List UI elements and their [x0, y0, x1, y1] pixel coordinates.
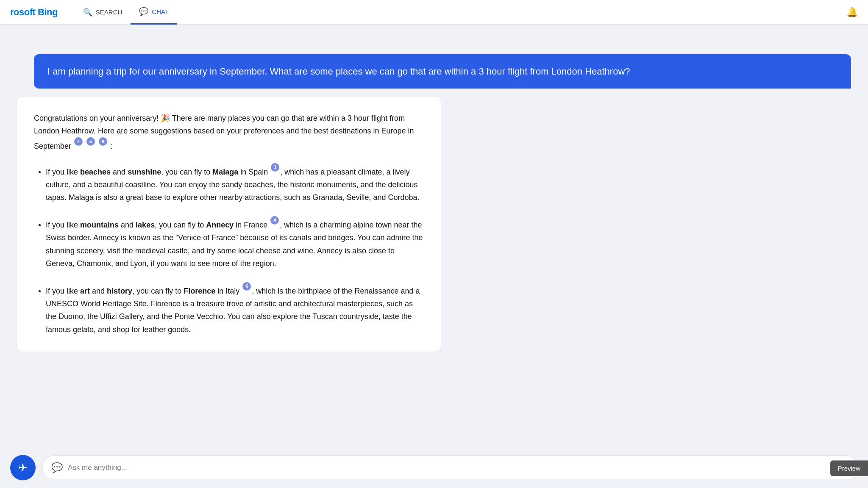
chat-input[interactable]: [68, 463, 849, 472]
citation-6[interactable]: 6: [99, 137, 107, 146]
citation-6b[interactable]: 6: [242, 282, 251, 291]
input-bar: ✈ 💬: [0, 449, 868, 488]
chat-nav-icon: 💬: [139, 7, 148, 16]
bot-response-card: Congratulations on your anniversary! 🎉 T…: [17, 97, 441, 352]
chat-area: I am planning a trip for our anniversary…: [0, 25, 868, 488]
user-message-text: I am planning a trip for our anniversary…: [47, 66, 630, 77]
list-item: If you like beaches and sunshine, you ca…: [46, 163, 424, 204]
nav-chat[interactable]: 💬 CHAT: [131, 0, 177, 25]
search-label: SEARCH: [96, 8, 122, 16]
preview-button[interactable]: Preview: [830, 460, 868, 476]
logo-text: rosoft Bing: [10, 7, 58, 17]
chat-label: CHAT: [152, 8, 169, 15]
citation-1[interactable]: 1: [271, 163, 279, 172]
input-wrapper: 💬: [42, 455, 858, 480]
list-item: If you like art and history, you can fly…: [46, 282, 424, 336]
citation-4b[interactable]: 4: [270, 216, 279, 225]
main-nav: 🔍 SEARCH 💬 CHAT: [75, 0, 177, 25]
bot-intro-text: Congratulations on your anniversary! 🎉 T…: [34, 112, 424, 153]
bing-button-icon: ✈: [18, 461, 28, 474]
header: rosoft Bing 🔍 SEARCH 💬 CHAT 🔔: [0, 0, 868, 25]
bing-button[interactable]: ✈: [10, 455, 36, 480]
notification-bell[interactable]: 🔔: [846, 7, 858, 18]
nav-search[interactable]: 🔍 SEARCH: [75, 0, 131, 25]
citation-4[interactable]: 4: [74, 137, 83, 146]
destination-list: If you like beaches and sunshine, you ca…: [34, 163, 424, 336]
list-item: If you like mountains and lakes, you can…: [46, 216, 424, 270]
logo: rosoft Bing: [10, 7, 58, 18]
input-chat-icon: 💬: [51, 462, 63, 473]
search-icon: 🔍: [83, 8, 92, 17]
user-message-bubble: I am planning a trip for our anniversary…: [34, 54, 851, 89]
citation-5[interactable]: 5: [86, 137, 95, 146]
preview-label: Preview: [838, 465, 860, 472]
